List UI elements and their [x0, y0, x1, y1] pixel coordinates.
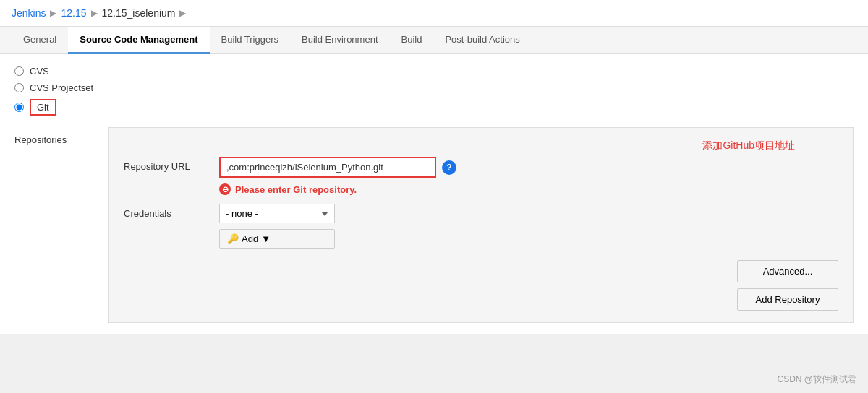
repo-url-label: Repository URL	[124, 157, 210, 172]
scm-radio-git[interactable]	[14, 103, 24, 112]
watermark: CSDN @软件测试君	[777, 373, 856, 386]
repository-url-input[interactable]	[219, 157, 436, 178]
annotation-label: 添加GitHub项目地址	[702, 139, 795, 152]
tab-general[interactable]: General	[12, 27, 68, 54]
help-icon[interactable]: ?	[442, 160, 456, 175]
scm-option-git: Git	[14, 99, 854, 116]
credentials-select[interactable]: - none -	[219, 204, 335, 223]
scm-option-cvs: CVS	[14, 66, 854, 77]
breadcrumb-item-iselenium: 12.15_iselenium	[102, 7, 176, 19]
breadcrumb-separator-3: ▶	[179, 8, 186, 18]
action-buttons: Advanced... Add Repository	[124, 260, 838, 311]
tab-source-code-management[interactable]: Source Code Management	[68, 27, 209, 54]
breadcrumb-separator-2: ▶	[91, 8, 98, 18]
key-icon: 🔑	[227, 233, 239, 244]
content-panel: CVS CVS Projectset Git Repositories 添加Gi…	[0, 54, 868, 334]
error-icon: ⊖	[219, 183, 231, 195]
scm-option-cvs-projectset: CVS Projectset	[14, 82, 854, 93]
tab-post-build-actions[interactable]: Post-build Actions	[433, 27, 531, 54]
breadcrumb-item-jenkins[interactable]: Jenkins	[12, 7, 46, 19]
annotation-area: 添加GitHub项目地址	[124, 139, 838, 152]
scm-radio-group: CVS CVS Projectset Git	[14, 66, 854, 116]
error-text: Please enter Git repository.	[235, 184, 357, 195]
breadcrumb-item-1215[interactable]: 12.15	[61, 7, 86, 19]
breadcrumb-separator-1: ▶	[50, 8, 56, 18]
add-button-label: Add	[242, 233, 258, 244]
repo-url-row: Repository URL ? ⊖ Please enter Git repo…	[124, 157, 838, 195]
advanced-button[interactable]: Advanced...	[737, 260, 838, 282]
main-content: General Source Code Management Build Tri…	[0, 27, 868, 334]
breadcrumb-bar: Jenkins ▶ 12.15 ▶ 12.15_iselenium ▶	[0, 0, 868, 27]
scm-radio-cvs[interactable]	[14, 66, 24, 76]
tabs-bar: General Source Code Management Build Tri…	[0, 27, 868, 54]
repositories-label: Repositories	[14, 127, 94, 323]
credentials-label: Credentials	[124, 204, 210, 219]
add-dropdown-icon: ▼	[261, 233, 271, 244]
tab-build[interactable]: Build	[390, 27, 434, 54]
repositories-content: 添加GitHub项目地址 Repository URL ? ⊖ Please e…	[109, 127, 854, 323]
add-button[interactable]: 🔑 Add ▼	[219, 229, 335, 249]
scm-label-cvs-projectset: CVS Projectset	[30, 82, 93, 93]
tab-build-triggers[interactable]: Build Triggers	[210, 27, 290, 54]
scm-label-cvs: CVS	[30, 66, 49, 77]
url-row: ?	[219, 157, 838, 178]
tab-build-environment[interactable]: Build Environment	[290, 27, 390, 54]
repo-url-control-group: ? ⊖ Please enter Git repository.	[219, 157, 838, 195]
credentials-controls: - none - 🔑 Add ▼	[219, 204, 335, 249]
add-repository-button[interactable]: Add Repository	[737, 288, 838, 311]
scm-label-git: Git	[37, 102, 49, 113]
scm-radio-cvs-projectset[interactable]	[14, 83, 24, 92]
error-message: ⊖ Please enter Git repository.	[219, 183, 838, 195]
git-label-box: Git	[30, 99, 56, 116]
credentials-row: Credentials - none - 🔑 Add ▼	[124, 204, 838, 249]
repositories-section: Repositories 添加GitHub项目地址 Repository URL…	[14, 127, 854, 323]
